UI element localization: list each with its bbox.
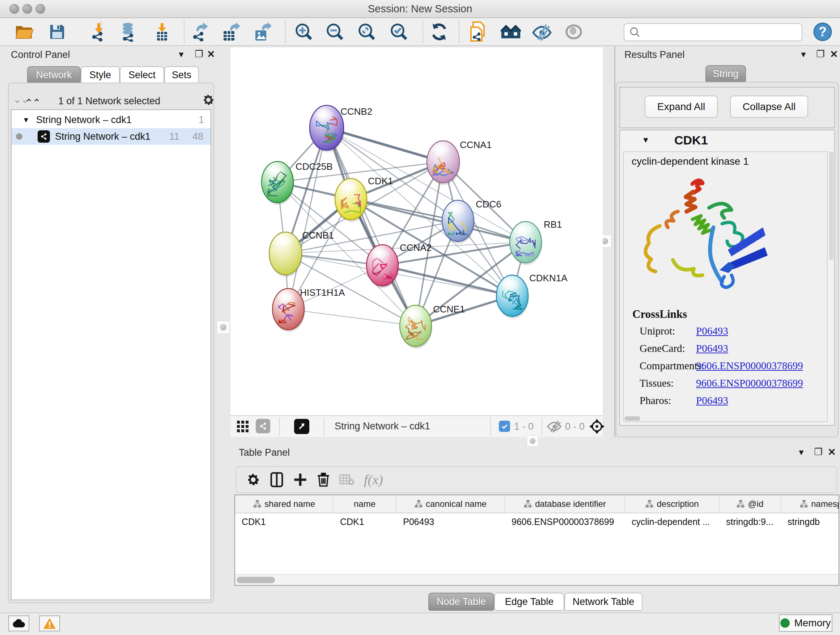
add-column-icon[interactable] <box>293 472 308 487</box>
float-panel-icon[interactable]: ▼ <box>799 50 807 59</box>
tab-network-table[interactable]: Network Table <box>564 593 643 611</box>
center-view-icon[interactable] <box>589 419 605 435</box>
tab-string-results[interactable]: String <box>706 65 746 82</box>
import-table-button[interactable] <box>152 22 172 42</box>
table-hscroll-thumb[interactable] <box>237 577 275 583</box>
float-panel-icon[interactable]: ▼ <box>177 50 185 59</box>
network-edge[interactable] <box>288 128 327 309</box>
table-horizontal-scrollbar[interactable] <box>235 574 838 585</box>
home-networks-button[interactable] <box>501 22 521 42</box>
table-settings-gear-icon[interactable] <box>246 472 261 487</box>
network-node-cdc6[interactable]: CDC6 <box>442 199 501 244</box>
network-overview-icon[interactable] <box>256 419 270 433</box>
table-row[interactable]: CDK1CDK1P064939606.ENSP00000378699cyclin… <box>235 513 838 530</box>
import-network-button[interactable] <box>88 22 109 42</box>
tab-network[interactable]: Network <box>27 66 81 84</box>
table-cell[interactable]: stringdb <box>781 513 839 530</box>
crosslink-label: Pharos: <box>639 394 671 407</box>
column-header--id[interactable]: @id <box>720 495 781 513</box>
column-header-description[interactable]: description <box>625 495 720 513</box>
tab-edge-table[interactable]: Edge Table <box>494 593 564 611</box>
network-edge[interactable] <box>382 265 512 296</box>
export-image-button[interactable] <box>252 22 272 42</box>
grid-view-icon[interactable] <box>236 420 250 434</box>
help-button[interactable]: ? <box>813 22 833 42</box>
network-view-toolbar: String Network – cdk1 1 - 0 0 - 0 <box>231 415 603 438</box>
table-cell[interactable]: CDK1 <box>333 513 396 530</box>
expand-all-button[interactable]: Expand All <box>645 96 718 118</box>
undock-panel-icon[interactable]: ❐ <box>814 447 822 458</box>
column-header-namespace[interactable]: namespace <box>781 495 839 513</box>
network-row-selected[interactable]: String Network – cdk1 11 48 <box>11 128 210 145</box>
tab-style[interactable]: Style <box>81 66 120 84</box>
close-panel-icon[interactable]: ✕ <box>828 447 836 458</box>
zoom-selected-button[interactable] <box>389 22 409 42</box>
tab-node-table[interactable]: Node Table <box>428 593 494 611</box>
crosslink-compartments-link[interactable]: 9606.ENSP00000378699 <box>696 360 803 372</box>
close-panel-icon[interactable]: ✕ <box>207 49 215 60</box>
float-panel-icon[interactable]: ▼ <box>797 448 805 457</box>
string-app-button[interactable] <box>469 22 489 42</box>
window-title: Session: New Session <box>0 3 840 15</box>
export-network-button[interactable] <box>189 22 210 42</box>
network-node-cdkn1a[interactable]: CDKN1A <box>496 272 568 318</box>
tab-sets[interactable]: Sets <box>164 66 199 84</box>
table-cell[interactable]: CDK1 <box>235 513 333 530</box>
results-panel-title: Results Panel <box>624 49 685 60</box>
network-node-ccna2[interactable]: CCNA2 <box>366 242 431 288</box>
refresh-button[interactable] <box>429 22 449 42</box>
hidden-items-eye-slash-icon[interactable] <box>546 420 562 434</box>
crosslink-uniprot-link[interactable]: P06493 <box>696 325 728 337</box>
selected-nodes-checkbox-icon[interactable] <box>499 421 510 432</box>
import-network-from-database-button[interactable] <box>118 22 139 42</box>
results-vscroll-thumb[interactable] <box>829 151 834 260</box>
column-header-database-identifier[interactable]: database identifier <box>505 495 625 513</box>
network-options-gear-icon[interactable] <box>202 93 215 108</box>
collapse-all-button[interactable]: Collapse All <box>730 96 808 118</box>
network-node-cdk1[interactable]: CDK1 <box>335 176 393 222</box>
zoom-in-button[interactable] <box>294 22 314 42</box>
hide-selected-button[interactable] <box>532 22 552 42</box>
table-cell[interactable]: stringdb:9... <box>720 513 781 530</box>
network-node-hist1h1a[interactable]: HIST1H1A <box>272 287 345 332</box>
close-panel-icon[interactable]: ✕ <box>830 49 838 60</box>
results-hscroll-thumb[interactable] <box>624 416 640 421</box>
network-edge[interactable] <box>288 309 416 326</box>
memory-button[interactable]: Memory <box>779 614 832 632</box>
column-header-shared-name[interactable]: shared name <box>235 495 333 513</box>
fit-content-button[interactable] <box>357 22 377 42</box>
table-cell[interactable]: P06493 <box>396 513 505 530</box>
warnings-button[interactable] <box>39 616 60 631</box>
crosslink-tissues-link[interactable]: 9606.ENSP00000378699 <box>696 377 803 389</box>
selected-nodes-status: 1 - 0 <box>514 421 534 432</box>
delete-column-trash-icon[interactable] <box>317 472 330 487</box>
network-node-ccnb2[interactable]: CCNB2 <box>309 105 372 152</box>
undock-panel-icon[interactable]: ❐ <box>816 49 824 60</box>
network-collection-row[interactable]: ▼ String Network – cdk1 1 <box>11 111 210 128</box>
left-splitter-handle[interactable] <box>217 321 230 334</box>
network-node-ccne1[interactable]: CCNE1 <box>400 304 465 348</box>
open-session-button[interactable] <box>14 22 35 42</box>
crosslink-label: Tissues: <box>639 377 674 389</box>
network-node-ccnb1[interactable]: CCNB1 <box>269 230 334 277</box>
column-header-name[interactable]: name <box>333 495 396 513</box>
zoom-out-button[interactable] <box>325 22 345 42</box>
crosslink-genecard-link[interactable]: P06493 <box>696 342 728 355</box>
search-input[interactable] <box>643 27 802 38</box>
show-columns-icon[interactable] <box>270 472 284 488</box>
collection-expand-arrow-icon[interactable]: ▼ <box>22 116 30 124</box>
column-header-canonical-name[interactable]: canonical name <box>396 495 505 513</box>
tab-select[interactable]: Select <box>120 66 164 84</box>
birdseye-view-icon[interactable] <box>294 419 309 434</box>
undock-panel-icon[interactable]: ❐ <box>195 49 203 60</box>
crosslink-pharos-link[interactable]: P06493 <box>696 394 728 407</box>
save-session-button[interactable] <box>47 22 67 42</box>
network-node-rb1[interactable]: RB1 <box>510 219 562 265</box>
export-table-button[interactable] <box>221 22 241 42</box>
show-all-button[interactable] <box>564 22 584 42</box>
network-canvas[interactable]: CCNB2CCNA1CDC25BCDK1CDC6RB1CCNB1CCNA2CDK… <box>231 48 603 415</box>
table-cell[interactable]: 9606.ENSP00000378699 <box>505 513 625 530</box>
cloud-status-button[interactable] <box>8 616 29 631</box>
protein-collapse-arrow-icon[interactable]: ▼ <box>642 135 650 145</box>
table-cell[interactable]: cyclin-dependent ... <box>625 513 720 530</box>
